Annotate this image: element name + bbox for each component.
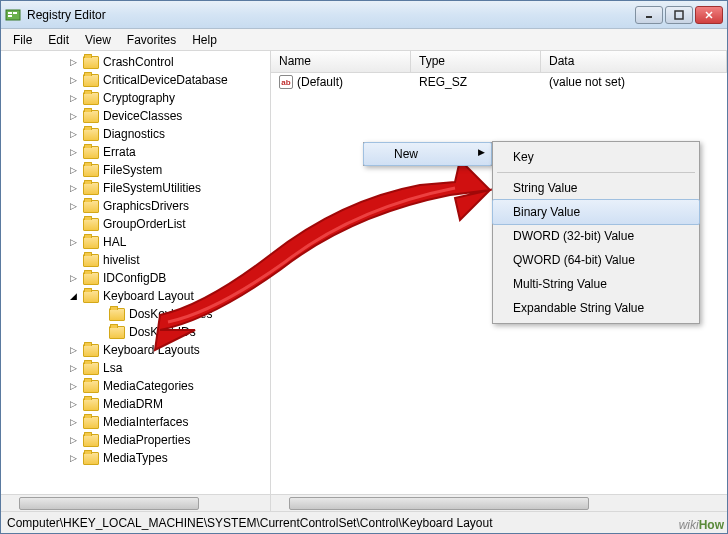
- expand-icon[interactable]: ▷: [69, 76, 78, 85]
- menu-favorites[interactable]: Favorites: [119, 31, 184, 49]
- expand-icon[interactable]: ▷: [69, 58, 78, 67]
- folder-icon: [109, 308, 125, 321]
- value-data: (value not set): [541, 74, 727, 90]
- minimize-button[interactable]: [635, 6, 663, 24]
- expand-icon[interactable]: ▷: [69, 166, 78, 175]
- expand-icon[interactable]: ▷: [69, 274, 78, 283]
- tree-node[interactable]: ▷MediaInterfaces: [1, 413, 270, 431]
- window-title: Registry Editor: [27, 8, 635, 22]
- tree-node[interactable]: DosKeybIDs: [1, 323, 270, 341]
- tree-node[interactable]: ▷FileSystem: [1, 161, 270, 179]
- tree-node[interactable]: ▷IDConfigDB: [1, 269, 270, 287]
- expand-icon[interactable]: ▷: [69, 202, 78, 211]
- folder-icon: [83, 146, 99, 159]
- submenu-multi-string-value[interactable]: Multi-String Value: [493, 272, 699, 296]
- tree-node[interactable]: ▷Lsa: [1, 359, 270, 377]
- expand-icon[interactable]: ▷: [69, 112, 78, 121]
- submenu-string-value[interactable]: String Value: [493, 176, 699, 200]
- tree-node[interactable]: ▷Errata: [1, 143, 270, 161]
- registry-tree[interactable]: ▷CrashControl▷CriticalDeviceDatabase▷Cry…: [1, 51, 270, 494]
- submenu-qword-value[interactable]: QWORD (64-bit) Value: [493, 248, 699, 272]
- menu-view[interactable]: View: [77, 31, 119, 49]
- collapse-icon[interactable]: ◢: [69, 292, 78, 301]
- tree-node[interactable]: ▷DeviceClasses: [1, 107, 270, 125]
- tree-node[interactable]: ▷MediaTypes: [1, 449, 270, 467]
- tree-node[interactable]: ▷CrashControl: [1, 53, 270, 71]
- expand-icon[interactable]: ▷: [69, 346, 78, 355]
- folder-icon: [83, 362, 99, 375]
- header-data[interactable]: Data: [541, 51, 727, 72]
- expand-icon[interactable]: ▷: [69, 382, 78, 391]
- expand-icon[interactable]: ▷: [69, 400, 78, 409]
- new-submenu: Key String Value Binary Value DWORD (32-…: [492, 141, 700, 324]
- tree-node[interactable]: ▷GraphicsDrivers: [1, 197, 270, 215]
- expand-icon[interactable]: ▷: [69, 148, 78, 157]
- maximize-button[interactable]: [665, 6, 693, 24]
- tree-label: GraphicsDrivers: [103, 199, 189, 213]
- folder-icon: [83, 398, 99, 411]
- tree-label: Errata: [103, 145, 136, 159]
- watermark-prefix: wiki: [679, 518, 699, 532]
- folder-icon: [83, 272, 99, 285]
- menu-help[interactable]: Help: [184, 31, 225, 49]
- folder-icon: [83, 254, 99, 267]
- tree-node[interactable]: ▷MediaProperties: [1, 431, 270, 449]
- svg-rect-1: [8, 12, 12, 14]
- tree-label: HAL: [103, 235, 126, 249]
- expand-icon[interactable]: ▷: [69, 94, 78, 103]
- expand-icon[interactable]: ▷: [69, 454, 78, 463]
- expand-icon[interactable]: ▷: [69, 436, 78, 445]
- tree-label: Lsa: [103, 361, 122, 375]
- menubar: File Edit View Favorites Help: [1, 29, 727, 51]
- window-controls: [635, 6, 723, 24]
- context-menu: New ▶: [363, 142, 492, 166]
- menu-edit[interactable]: Edit: [40, 31, 77, 49]
- list-hscrollbar[interactable]: [271, 494, 727, 511]
- submenu-arrow-icon: ▶: [478, 147, 485, 157]
- statusbar: Computer\HKEY_LOCAL_MACHINE\SYSTEM\Curre…: [1, 511, 727, 533]
- tree-node[interactable]: ▷CriticalDeviceDatabase: [1, 71, 270, 89]
- expand-icon[interactable]: ▷: [69, 418, 78, 427]
- context-new[interactable]: New ▶: [363, 142, 492, 166]
- tree-node[interactable]: ◢Keyboard Layout: [1, 287, 270, 305]
- value-name-cell: ab (Default): [271, 74, 411, 90]
- value-type: REG_SZ: [411, 74, 541, 90]
- list-row[interactable]: ab (Default) REG_SZ (value not set): [271, 73, 727, 91]
- tree-node[interactable]: ▷FileSystemUtilities: [1, 179, 270, 197]
- tree-label: MediaDRM: [103, 397, 163, 411]
- tree-node[interactable]: GroupOrderList: [1, 215, 270, 233]
- expand-icon[interactable]: ▷: [69, 238, 78, 247]
- header-type[interactable]: Type: [411, 51, 541, 72]
- tree-node[interactable]: hivelist: [1, 251, 270, 269]
- folder-icon: [83, 290, 99, 303]
- folder-icon: [83, 128, 99, 141]
- menu-file[interactable]: File: [5, 31, 40, 49]
- tree-label: Diagnostics: [103, 127, 165, 141]
- tree-node[interactable]: ▷MediaCategories: [1, 377, 270, 395]
- tree-node[interactable]: DosKeybCodes: [1, 305, 270, 323]
- titlebar[interactable]: Registry Editor: [1, 1, 727, 29]
- watermark-suffix: How: [699, 518, 724, 532]
- tree-label: hivelist: [103, 253, 140, 267]
- tree-label: FileSystemUtilities: [103, 181, 201, 195]
- folder-icon: [83, 182, 99, 195]
- submenu-expandable-string-value[interactable]: Expandable String Value: [493, 296, 699, 320]
- header-name[interactable]: Name: [271, 51, 411, 72]
- expand-icon[interactable]: ▷: [69, 184, 78, 193]
- expand-icon[interactable]: ▷: [69, 130, 78, 139]
- context-new-label: New: [394, 147, 418, 161]
- tree-label: Keyboard Layouts: [103, 343, 200, 357]
- submenu-binary-value[interactable]: Binary Value: [492, 199, 700, 225]
- submenu-dword-value[interactable]: DWORD (32-bit) Value: [493, 224, 699, 248]
- tree-hscrollbar[interactable]: [1, 494, 270, 511]
- submenu-key[interactable]: Key: [493, 145, 699, 169]
- tree-node[interactable]: ▷MediaDRM: [1, 395, 270, 413]
- tree-node[interactable]: ▷Diagnostics: [1, 125, 270, 143]
- tree-node[interactable]: ▷Cryptography: [1, 89, 270, 107]
- close-button[interactable]: [695, 6, 723, 24]
- folder-icon: [83, 236, 99, 249]
- status-path: Computer\HKEY_LOCAL_MACHINE\SYSTEM\Curre…: [7, 516, 493, 530]
- tree-node[interactable]: ▷HAL: [1, 233, 270, 251]
- expand-icon[interactable]: ▷: [69, 364, 78, 373]
- tree-node[interactable]: ▷Keyboard Layouts: [1, 341, 270, 359]
